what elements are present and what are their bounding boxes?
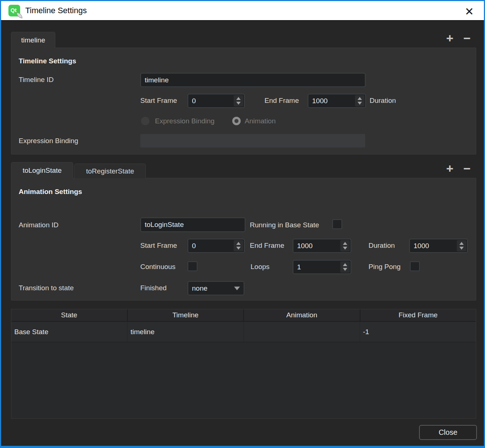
animation-radio-label: Animation [245,117,276,125]
animation-radio[interactable] [232,117,241,125]
anim-end-frame-value: 1000 [293,239,340,252]
anim-start-frame-spin-buttons[interactable] [234,240,243,251]
animation-id-label: Animation ID [19,221,59,229]
tab-tologinstate-label: toLoginState [23,167,62,175]
loops-spin-buttons[interactable] [340,261,350,273]
animation-settings-panel: Animation Settings Animation ID Running … [11,178,476,300]
tab-timeline-label: timeline [21,36,45,44]
spin-down-icon[interactable] [236,247,241,250]
transition-to-state-label: Transition to state [19,284,74,292]
spin-up-icon[interactable] [236,97,241,100]
spin-up-icon[interactable] [358,97,362,100]
anim-start-frame-value: 0 [188,239,233,252]
finished-dropdown[interactable]: none [188,281,244,295]
expression-binding-radio[interactable] [141,117,149,125]
start-frame-value: 0 [188,94,233,107]
column-header-timeline[interactable]: Timeline [128,309,244,321]
timeline-settings-panel: Timeline Settings Timeline ID Start Fram… [11,48,476,154]
cell-state[interactable]: Base State [11,322,127,342]
anim-duration-spin-buttons[interactable] [457,240,466,251]
close-button[interactable]: Close [419,425,477,440]
loops-label: Loops [251,263,270,271]
cell-fixed-frame[interactable]: -1 [360,322,476,342]
column-header-fixed-frame[interactable]: Fixed Frame [360,309,476,321]
finished-dropdown-value: none [188,284,234,292]
column-header-animation[interactable]: Animation [244,309,360,321]
animation-id-input[interactable] [140,217,245,232]
tab-timeline[interactable]: timeline [11,32,55,48]
end-frame-label: End Frame [264,97,299,105]
animation-settings-heading: Animation Settings [19,188,82,196]
ping-pong-label: Ping Pong [369,263,401,271]
running-in-base-state-label: Running in Base State [250,221,319,229]
spin-down-icon[interactable] [358,102,362,105]
expression-binding-label: Expression Binding [19,137,78,145]
anim-end-frame-spinbox[interactable]: 1000 [293,239,351,253]
spin-up-icon[interactable] [343,263,347,266]
spin-up-icon[interactable] [459,242,464,245]
title-bar: Qt Timeline Settings ✕ [1,1,484,21]
spin-up-icon[interactable] [236,242,241,245]
tab-tologinstate[interactable]: toLoginState [11,162,73,178]
qt-leaf-icon [16,12,22,18]
end-frame-value: 1000 [308,94,354,107]
anim-end-frame-spin-buttons[interactable] [340,240,350,251]
anim-duration-label: Duration [369,242,395,250]
state-table-header: State Timeline Animation Fixed Frame [11,309,476,322]
tab-toregisterstate[interactable]: toRegisterState [74,164,146,178]
ping-pong-checkbox[interactable] [410,261,420,271]
anim-duration-spinbox[interactable]: 1000 [409,239,468,253]
continuous-checkbox[interactable] [188,261,197,271]
spin-down-icon[interactable] [459,247,464,250]
anim-duration-value: 1000 [410,239,456,252]
timeline-id-input[interactable] [140,73,366,87]
loops-value: 1 [293,261,340,273]
animation-add-button[interactable]: + [442,161,458,176]
qt-logo-text: Qt [11,7,17,13]
finished-label: Finished [140,284,167,292]
cell-animation[interactable] [244,322,360,342]
running-in-base-state-checkbox[interactable] [332,219,342,229]
timeline-settings-dialog: Qt Timeline Settings ✕ timeline + − Time… [0,0,485,448]
state-table: State Timeline Animation Fixed Frame Bas… [11,309,476,419]
cell-timeline[interactable]: timeline [127,322,244,342]
duration-label: Duration [370,97,396,105]
window-close-icon[interactable]: ✕ [462,4,477,19]
continuous-label: Continuous [140,263,175,271]
timeline-remove-button[interactable]: − [459,31,475,46]
start-frame-spin-buttons[interactable] [234,95,243,107]
anim-start-frame-spinbox[interactable]: 0 [188,239,245,253]
expression-binding-radio-label: Expression Binding [155,117,215,125]
window-title: Timeline Settings [25,6,87,15]
spin-down-icon[interactable] [343,268,347,271]
spin-down-icon[interactable] [236,102,241,105]
chevron-down-icon [234,287,240,290]
timeline-settings-heading: Timeline Settings [19,57,76,65]
loops-spinbox[interactable]: 1 [293,260,351,274]
tab-toregisterstate-label: toRegisterState [86,167,134,175]
end-frame-spinbox[interactable]: 1000 [308,94,366,108]
animation-remove-button[interactable]: − [459,161,475,176]
spin-down-icon[interactable] [343,247,347,250]
anim-end-frame-label: End Frame [250,242,284,250]
end-frame-spin-buttons[interactable] [355,95,364,107]
table-row[interactable]: Base State timeline -1 [11,322,476,342]
anim-start-frame-label: Start Frame [140,242,177,250]
column-header-state[interactable]: State [11,309,128,321]
expression-binding-input[interactable] [140,134,365,148]
timeline-id-label: Timeline ID [19,76,53,84]
start-frame-spinbox[interactable]: 0 [188,94,245,108]
spin-up-icon[interactable] [343,242,347,245]
qt-design-studio-icon: Qt [8,5,20,16]
start-frame-label: Start Frame [140,97,177,105]
timeline-add-button[interactable]: + [442,31,458,46]
